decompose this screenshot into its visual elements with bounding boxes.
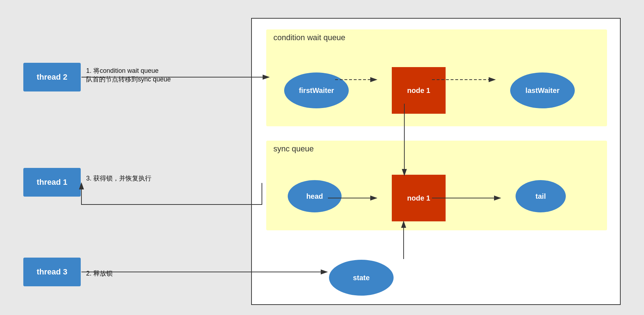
thread-box-3: thread 3 [23,258,81,286]
lastWaiter-node: lastWaiter [510,72,575,108]
firstWaiter-node: firstWaiter [284,72,349,108]
sync-queue-label: sync queue [273,144,314,154]
condition-queue: condition wait queue firstWaiter node 1 … [266,29,607,126]
thread3-label: thread 3 [37,267,67,277]
node1-sync-node: node 1 [392,175,446,221]
right-box: condition wait queue firstWaiter node 1 … [251,18,621,305]
step2-label: 2. 释放锁 [86,269,113,278]
diagram-area: thread 2 thread 1 thread 3 1. 将condition… [11,7,631,309]
head-node: head [288,180,342,212]
node1-condition-node: node 1 [392,67,446,114]
tail-node: tail [516,180,566,212]
thread2-label: thread 2 [37,72,67,82]
thread1-label: thread 1 [37,178,67,187]
condition-queue-label: condition wait queue [273,33,345,42]
sync-queue: sync queue head node 1 tail [266,141,607,230]
step3-label: 3. 获得锁，并恢复执行 [86,174,151,183]
state-node: state [329,260,394,296]
step1-label: 1. 将condition wait queue 队首的节点转移到sync qu… [86,66,171,84]
thread-box-2: thread 2 [23,63,81,91]
thread-box-1: thread 1 [23,168,81,197]
